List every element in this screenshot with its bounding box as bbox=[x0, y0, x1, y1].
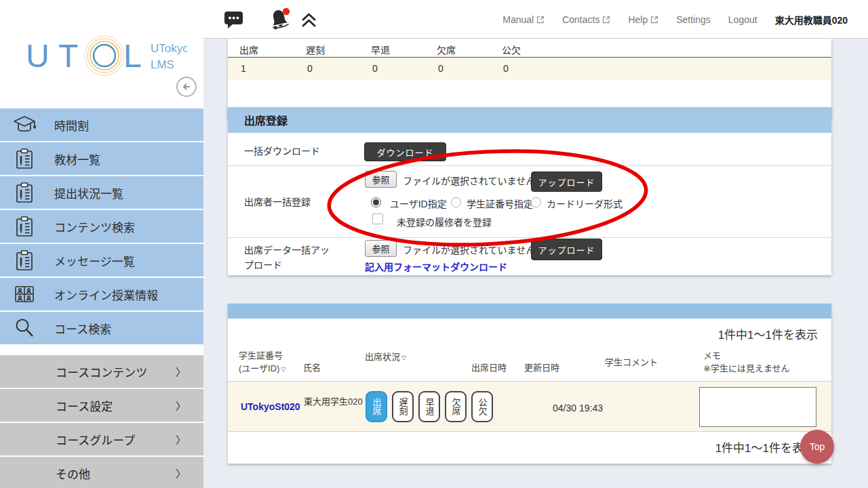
summary-value: 1 bbox=[241, 63, 246, 74]
sidebar-item-others[interactable]: その他 〉 bbox=[0, 457, 203, 488]
status-button-late[interactable]: 遅刻 bbox=[392, 391, 414, 422]
external-link-icon bbox=[650, 16, 658, 24]
radio-user-id-label: ユーザID指定 bbox=[390, 197, 447, 210]
chevron-right-icon: 〉 bbox=[176, 399, 186, 413]
radio-card-reader-label: カードリーダ形式 bbox=[547, 197, 623, 210]
topbar-links: Manual Contacts Help Settings Logout 東大用… bbox=[502, 0, 848, 39]
summary-value-row: 1 0 0 0 0 bbox=[228, 58, 831, 79]
browse-button[interactable]: 参照 bbox=[365, 171, 397, 188]
help-link[interactable]: Help bbox=[628, 14, 658, 25]
download-button[interactable]: ダウンロード bbox=[364, 142, 446, 161]
sidebar-collapse-button[interactable] bbox=[176, 77, 197, 97]
help-link-label: Help bbox=[628, 14, 648, 25]
external-link-icon bbox=[602, 16, 610, 24]
sort-icon: ▽ bbox=[281, 366, 285, 373]
sidebar-item-course-search[interactable]: コース検索 bbox=[0, 312, 203, 344]
contacts-link[interactable]: Contacts bbox=[562, 14, 610, 25]
panel-title: 出席登録 bbox=[228, 107, 831, 133]
settings-link[interactable]: Settings bbox=[676, 14, 711, 25]
sidebar-item-course-contents[interactable]: コースコンテンツ 〉 bbox=[0, 355, 203, 388]
logout-link[interactable]: Logout bbox=[728, 14, 757, 25]
summary-col-header: 出席 bbox=[239, 43, 258, 56]
logo-letter: T bbox=[58, 38, 78, 74]
graduation-cap-icon bbox=[12, 115, 37, 135]
browse-button[interactable]: 参照 bbox=[365, 240, 397, 257]
status-button-absent[interactable]: 欠席 bbox=[445, 391, 467, 422]
sidebar-item-label: コースグループ bbox=[56, 431, 135, 448]
student-id-link[interactable]: UTokyoSt020 bbox=[241, 401, 300, 412]
radio-student-no[interactable] bbox=[451, 197, 461, 207]
sidebar-item-label: 提出状況一覧 bbox=[54, 184, 123, 201]
chevron-right-icon: 〉 bbox=[176, 432, 186, 447]
logo-subtext: LMS bbox=[151, 58, 174, 71]
row-divider bbox=[228, 237, 831, 238]
manual-link[interactable]: Manual bbox=[502, 14, 545, 25]
data-bulk-label: 出席データ一括アップロード bbox=[244, 243, 334, 273]
sidebar-item-materials[interactable]: 教材一覧 bbox=[0, 142, 203, 175]
sidebar-item-messages[interactable]: メッセージ一覧 bbox=[0, 244, 203, 277]
clipboard-icon bbox=[12, 249, 37, 271]
sidebar-item-timetable[interactable]: 時間割 bbox=[0, 108, 203, 141]
sidebar-item-submission-status[interactable]: 提出状況一覧 bbox=[0, 176, 203, 209]
sidebar: U T L UTokyo LMS 時間割 bbox=[0, 0, 203, 488]
col-header-student-no[interactable]: 学生証番号 (ユーザID)▽ bbox=[239, 348, 285, 374]
unregistered-checkbox[interactable] bbox=[372, 214, 383, 224]
search-icon bbox=[12, 317, 37, 339]
summary-value: 0 bbox=[503, 63, 509, 74]
attendee-bulk-label: 出席者一括登録 bbox=[244, 195, 311, 208]
sidebar-item-label: コース検索 bbox=[54, 320, 111, 337]
col-header-update-time: 更新日時 bbox=[524, 361, 559, 373]
status-button-group: 出席 遅刻 早退 欠席 公欠 bbox=[366, 391, 493, 422]
chevron-right-icon: 〉 bbox=[176, 365, 186, 379]
summary-value: 0 bbox=[372, 63, 378, 74]
sort-icon: ▽ bbox=[401, 354, 406, 361]
summary-col-header: 遅刻 bbox=[306, 43, 325, 56]
clipboard-icon bbox=[12, 182, 37, 203]
manual-link-label: Manual bbox=[502, 14, 534, 25]
sidebar-item-label: コンテンツ検索 bbox=[54, 218, 135, 235]
bulk-download-label: 一括ダウンロード bbox=[244, 144, 320, 157]
sidebar-item-course-group[interactable]: コースグループ 〉 bbox=[0, 423, 203, 455]
status-button-early-leave[interactable]: 早退 bbox=[418, 391, 440, 422]
notification-dot bbox=[283, 8, 290, 15]
status-button-present[interactable]: 出席 bbox=[366, 391, 387, 422]
radio-card-reader[interactable] bbox=[531, 197, 541, 207]
topbar: Manual Contacts Help Settings Logout 東大用… bbox=[203, 0, 868, 39]
sidebar-item-online-class-info[interactable]: オンライン授業情報 bbox=[0, 278, 203, 310]
upload-button[interactable]: アップロード bbox=[531, 171, 602, 192]
sidebar-item-course-settings[interactable]: コース設定 〉 bbox=[0, 389, 203, 422]
radio-group bbox=[371, 196, 381, 208]
messages-icon[interactable] bbox=[224, 11, 244, 29]
format-download-link[interactable]: 記入用フォーマットダウンロード bbox=[365, 260, 507, 273]
settings-link-label: Settings bbox=[676, 14, 711, 25]
logout-link-label: Logout bbox=[728, 14, 757, 25]
status-button-excused[interactable]: 公欠 bbox=[471, 391, 493, 422]
summary-col-header: 公欠 bbox=[502, 43, 521, 56]
sidebar-item-label: その他 bbox=[56, 465, 90, 482]
no-file-text: ファイルが選択されていません。 bbox=[403, 243, 545, 256]
sidebar-item-label: メッセージ一覧 bbox=[54, 252, 135, 269]
logo-letter: U bbox=[26, 38, 50, 74]
radio-user-id[interactable] bbox=[371, 197, 381, 207]
sidebar-course-menu: コースコンテンツ 〉 コース設定 〉 コースグループ 〉 その他 〉 bbox=[0, 355, 203, 488]
upload-button[interactable]: アップロード bbox=[531, 239, 602, 260]
logo-subtext: UTokyo bbox=[151, 42, 187, 55]
result-count: 1件中1〜1件を表示 bbox=[718, 325, 818, 342]
sidebar-item-label: オンライン授業情報 bbox=[54, 286, 158, 303]
collapse-up-icon[interactable] bbox=[300, 12, 317, 28]
student-row: UTokyoSt020 東大用学生020 出席 遅刻 早退 欠席 公欠 04/3… bbox=[228, 381, 831, 431]
user-name: 東大用教職員020 bbox=[775, 13, 848, 26]
student-name: 東大用学生020 bbox=[304, 395, 365, 409]
sidebar-item-content-search[interactable]: コンテンツ検索 bbox=[0, 210, 203, 243]
notifications-bell-icon[interactable] bbox=[267, 6, 293, 32]
scroll-to-top-button[interactable]: Top bbox=[800, 430, 834, 464]
contacts-link-label: Contacts bbox=[562, 14, 599, 25]
col-header-status[interactable]: 出席状況▽ bbox=[365, 350, 406, 363]
sidebar-item-label: 教材一覧 bbox=[54, 150, 100, 167]
col-header-attend-time: 出席日時 bbox=[471, 361, 507, 373]
unregistered-checkbox-label: 未登録の履修者を登録 bbox=[397, 215, 492, 228]
col-header-memo: メモ ※学生には見えません bbox=[703, 348, 790, 374]
people-grid-icon bbox=[12, 284, 37, 304]
col-header-comment: 学生コメント bbox=[605, 355, 658, 368]
memo-textarea[interactable] bbox=[699, 387, 816, 427]
